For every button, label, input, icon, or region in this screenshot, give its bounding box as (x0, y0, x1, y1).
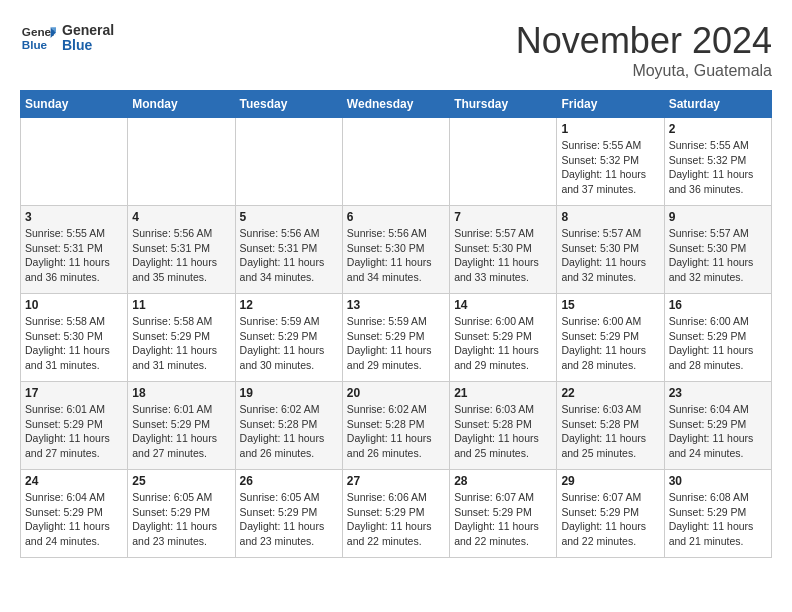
day-info: Sunrise: 6:02 AM Sunset: 5:28 PM Dayligh… (347, 402, 445, 461)
day-number: 5 (240, 210, 338, 224)
page-header: General Blue General Blue November 2024 … (20, 20, 772, 80)
day-number: 17 (25, 386, 123, 400)
day-number: 25 (132, 474, 230, 488)
calendar-week-row: 1Sunrise: 5:55 AM Sunset: 5:32 PM Daylig… (21, 118, 772, 206)
day-info: Sunrise: 6:00 AM Sunset: 5:29 PM Dayligh… (454, 314, 552, 373)
day-info: Sunrise: 6:00 AM Sunset: 5:29 PM Dayligh… (561, 314, 659, 373)
day-number: 12 (240, 298, 338, 312)
svg-text:Blue: Blue (22, 38, 48, 51)
day-info: Sunrise: 6:05 AM Sunset: 5:29 PM Dayligh… (132, 490, 230, 549)
day-number: 3 (25, 210, 123, 224)
day-number: 13 (347, 298, 445, 312)
day-info: Sunrise: 6:07 AM Sunset: 5:29 PM Dayligh… (454, 490, 552, 549)
calendar-cell: 16Sunrise: 6:00 AM Sunset: 5:29 PM Dayli… (664, 294, 771, 382)
calendar-cell: 2Sunrise: 5:55 AM Sunset: 5:32 PM Daylig… (664, 118, 771, 206)
day-number: 14 (454, 298, 552, 312)
logo-text-blue: Blue (62, 38, 114, 53)
day-number: 2 (669, 122, 767, 136)
calendar-cell: 17Sunrise: 6:01 AM Sunset: 5:29 PM Dayli… (21, 382, 128, 470)
calendar-cell: 29Sunrise: 6:07 AM Sunset: 5:29 PM Dayli… (557, 470, 664, 558)
day-info: Sunrise: 5:57 AM Sunset: 5:30 PM Dayligh… (454, 226, 552, 285)
day-number: 18 (132, 386, 230, 400)
calendar-cell: 18Sunrise: 6:01 AM Sunset: 5:29 PM Dayli… (128, 382, 235, 470)
calendar-cell: 27Sunrise: 6:06 AM Sunset: 5:29 PM Dayli… (342, 470, 449, 558)
calendar-cell: 1Sunrise: 5:55 AM Sunset: 5:32 PM Daylig… (557, 118, 664, 206)
col-header-tuesday: Tuesday (235, 91, 342, 118)
day-number: 24 (25, 474, 123, 488)
calendar-cell: 25Sunrise: 6:05 AM Sunset: 5:29 PM Dayli… (128, 470, 235, 558)
day-number: 1 (561, 122, 659, 136)
logo: General Blue General Blue (20, 20, 114, 56)
day-info: Sunrise: 5:59 AM Sunset: 5:29 PM Dayligh… (347, 314, 445, 373)
day-info: Sunrise: 6:04 AM Sunset: 5:29 PM Dayligh… (669, 402, 767, 461)
logo-icon: General Blue (20, 20, 56, 56)
month-title: November 2024 (516, 20, 772, 62)
calendar-week-row: 24Sunrise: 6:04 AM Sunset: 5:29 PM Dayli… (21, 470, 772, 558)
calendar-cell: 7Sunrise: 5:57 AM Sunset: 5:30 PM Daylig… (450, 206, 557, 294)
day-info: Sunrise: 6:03 AM Sunset: 5:28 PM Dayligh… (454, 402, 552, 461)
day-number: 29 (561, 474, 659, 488)
calendar-week-row: 17Sunrise: 6:01 AM Sunset: 5:29 PM Dayli… (21, 382, 772, 470)
day-info: Sunrise: 5:56 AM Sunset: 5:31 PM Dayligh… (240, 226, 338, 285)
day-number: 26 (240, 474, 338, 488)
calendar-cell: 23Sunrise: 6:04 AM Sunset: 5:29 PM Dayli… (664, 382, 771, 470)
day-info: Sunrise: 6:00 AM Sunset: 5:29 PM Dayligh… (669, 314, 767, 373)
day-number: 16 (669, 298, 767, 312)
day-number: 20 (347, 386, 445, 400)
day-info: Sunrise: 5:55 AM Sunset: 5:31 PM Dayligh… (25, 226, 123, 285)
calendar-cell: 26Sunrise: 6:05 AM Sunset: 5:29 PM Dayli… (235, 470, 342, 558)
calendar-cell: 15Sunrise: 6:00 AM Sunset: 5:29 PM Dayli… (557, 294, 664, 382)
day-info: Sunrise: 5:59 AM Sunset: 5:29 PM Dayligh… (240, 314, 338, 373)
day-number: 6 (347, 210, 445, 224)
calendar-cell: 5Sunrise: 5:56 AM Sunset: 5:31 PM Daylig… (235, 206, 342, 294)
calendar-cell (21, 118, 128, 206)
day-number: 21 (454, 386, 552, 400)
calendar-cell: 14Sunrise: 6:00 AM Sunset: 5:29 PM Dayli… (450, 294, 557, 382)
day-number: 19 (240, 386, 338, 400)
day-number: 7 (454, 210, 552, 224)
calendar-cell: 21Sunrise: 6:03 AM Sunset: 5:28 PM Dayli… (450, 382, 557, 470)
title-block: November 2024 Moyuta, Guatemala (516, 20, 772, 80)
calendar-cell: 9Sunrise: 5:57 AM Sunset: 5:30 PM Daylig… (664, 206, 771, 294)
col-header-thursday: Thursday (450, 91, 557, 118)
day-number: 27 (347, 474, 445, 488)
day-number: 30 (669, 474, 767, 488)
col-header-sunday: Sunday (21, 91, 128, 118)
calendar-cell: 3Sunrise: 5:55 AM Sunset: 5:31 PM Daylig… (21, 206, 128, 294)
day-info: Sunrise: 5:55 AM Sunset: 5:32 PM Dayligh… (561, 138, 659, 197)
day-number: 11 (132, 298, 230, 312)
day-info: Sunrise: 5:57 AM Sunset: 5:30 PM Dayligh… (561, 226, 659, 285)
calendar-cell (450, 118, 557, 206)
day-number: 10 (25, 298, 123, 312)
calendar-cell: 8Sunrise: 5:57 AM Sunset: 5:30 PM Daylig… (557, 206, 664, 294)
calendar-cell: 20Sunrise: 6:02 AM Sunset: 5:28 PM Dayli… (342, 382, 449, 470)
logo-text-general: General (62, 23, 114, 38)
calendar-cell: 28Sunrise: 6:07 AM Sunset: 5:29 PM Dayli… (450, 470, 557, 558)
day-info: Sunrise: 6:05 AM Sunset: 5:29 PM Dayligh… (240, 490, 338, 549)
calendar-week-row: 10Sunrise: 5:58 AM Sunset: 5:30 PM Dayli… (21, 294, 772, 382)
day-info: Sunrise: 5:55 AM Sunset: 5:32 PM Dayligh… (669, 138, 767, 197)
day-number: 23 (669, 386, 767, 400)
calendar-cell: 11Sunrise: 5:58 AM Sunset: 5:29 PM Dayli… (128, 294, 235, 382)
calendar-cell: 13Sunrise: 5:59 AM Sunset: 5:29 PM Dayli… (342, 294, 449, 382)
calendar-header-row: SundayMondayTuesdayWednesdayThursdayFrid… (21, 91, 772, 118)
day-info: Sunrise: 6:02 AM Sunset: 5:28 PM Dayligh… (240, 402, 338, 461)
day-info: Sunrise: 6:07 AM Sunset: 5:29 PM Dayligh… (561, 490, 659, 549)
col-header-monday: Monday (128, 91, 235, 118)
day-info: Sunrise: 6:04 AM Sunset: 5:29 PM Dayligh… (25, 490, 123, 549)
day-info: Sunrise: 5:58 AM Sunset: 5:30 PM Dayligh… (25, 314, 123, 373)
calendar-cell: 12Sunrise: 5:59 AM Sunset: 5:29 PM Dayli… (235, 294, 342, 382)
calendar-cell (342, 118, 449, 206)
day-number: 22 (561, 386, 659, 400)
day-info: Sunrise: 6:08 AM Sunset: 5:29 PM Dayligh… (669, 490, 767, 549)
location-subtitle: Moyuta, Guatemala (516, 62, 772, 80)
day-info: Sunrise: 6:03 AM Sunset: 5:28 PM Dayligh… (561, 402, 659, 461)
calendar-cell (235, 118, 342, 206)
col-header-wednesday: Wednesday (342, 91, 449, 118)
day-info: Sunrise: 6:01 AM Sunset: 5:29 PM Dayligh… (25, 402, 123, 461)
day-number: 9 (669, 210, 767, 224)
calendar-cell: 22Sunrise: 6:03 AM Sunset: 5:28 PM Dayli… (557, 382, 664, 470)
day-info: Sunrise: 5:56 AM Sunset: 5:31 PM Dayligh… (132, 226, 230, 285)
calendar-cell: 24Sunrise: 6:04 AM Sunset: 5:29 PM Dayli… (21, 470, 128, 558)
day-info: Sunrise: 6:01 AM Sunset: 5:29 PM Dayligh… (132, 402, 230, 461)
